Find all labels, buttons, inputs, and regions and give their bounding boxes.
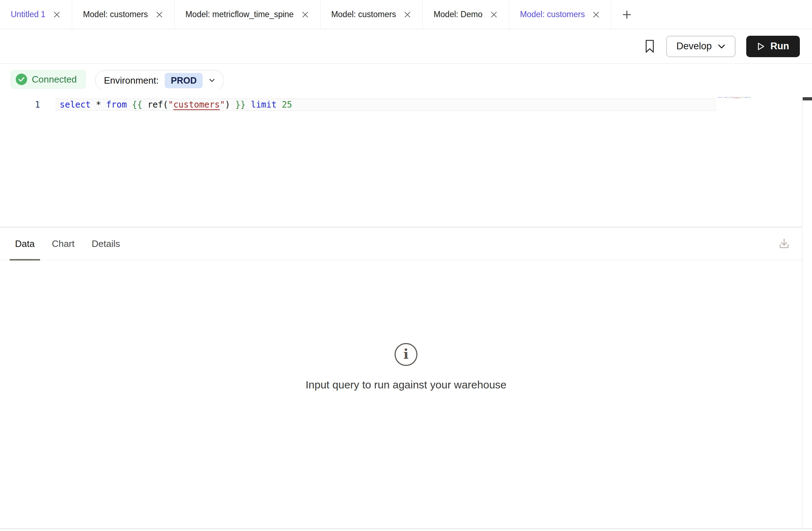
info-icon-glyph: i [403,347,409,361]
download-results-button[interactable] [777,237,791,251]
app-window: Untitled 1Model: customersModel: metricf… [0,0,812,531]
code-token: * [96,100,101,110]
tab-details-label: Details [92,238,120,249]
code-token: ) [225,100,235,110]
environment-value-badge: PROD [165,73,203,88]
empty-state-message: Input query to run against your warehous… [306,379,506,391]
close-icon[interactable] [592,10,600,19]
close-icon[interactable] [53,10,61,19]
code-token: ref( [142,100,168,110]
tab-chart[interactable]: Chart [52,228,75,260]
close-icon[interactable] [490,10,498,19]
tab-label: Model: metricflow_time_spine [185,10,294,19]
tab-label: Model: customers [520,10,585,19]
bookmark-icon [644,39,655,54]
code-token [277,100,282,110]
vertical-scrollbar[interactable] [802,97,812,528]
line-number: 1 [0,99,40,111]
tab-label: Model: customers [331,10,396,19]
develop-button-label: Develop [676,41,712,52]
toolbar: Develop Run [0,29,812,64]
status-row: Connected Environment: PROD [0,64,812,89]
tab-label: Model: customers [83,10,148,19]
tab-label: Model: Demo [434,10,482,19]
tab-label: Untitled 1 [11,10,45,19]
connected-dot [16,74,27,85]
tab-0-untitled-1[interactable]: Untitled 1 [0,0,72,29]
code-token: limit [744,96,748,98]
bookmark-button[interactable] [644,39,655,54]
tab-2-model-metricflow-time-spine[interactable]: Model: metricflow_time_spine [175,0,321,29]
run-button[interactable]: Run [746,36,800,57]
environment-label: Environment: [104,75,159,86]
code-token: customers [173,100,220,110]
tab-5-model-customers[interactable]: Model: customers [509,0,612,29]
check-icon [18,77,25,82]
code-token: 25 [749,96,750,98]
play-icon [757,42,765,51]
code-token [246,100,251,110]
tab-1-model-customers[interactable]: Model: customers [72,0,175,29]
environment-selector[interactable]: Environment: PROD [95,70,224,91]
results-empty-state: i Input query to run against your wareho… [0,260,812,528]
close-icon[interactable] [403,10,412,19]
bottom-statusbar [0,528,812,531]
chevron-down-icon [718,44,726,49]
tab-details[interactable]: Details [92,228,120,260]
code-token: ref( [729,96,733,98]
code-token: " [168,100,173,110]
code-token: customers [734,96,740,98]
results-tabbar: Data Chart Details [0,228,812,260]
develop-button[interactable]: Develop [666,36,735,57]
code-token: select [60,100,91,110]
tab-data[interactable]: Data [15,228,35,260]
tab-chart-label: Chart [52,238,75,249]
code-token: from [724,96,727,98]
code-token: select [718,96,722,98]
scrollbar-thumb[interactable] [803,97,812,100]
sql-editor[interactable]: 1 select * from {{ ref("customers") }} l… [0,89,812,227]
chevron-down-icon [209,78,215,83]
code-token: {{ [132,100,142,110]
tab-3-model-customers[interactable]: Model: customers [321,0,423,29]
info-icon: i [395,343,417,366]
code-token: 25 [282,100,292,110]
code-token: }} [235,100,246,110]
code-token: limit [251,100,277,110]
editor-minimap[interactable]: select * from {{ ref("customers") }} lim… [718,96,750,98]
code-line[interactable]: select * from {{ ref("customers") }} lim… [60,99,292,111]
code-token [127,100,132,110]
new-tab-icon [621,9,633,20]
code-token: " [220,100,225,110]
download-icon [777,237,791,251]
new-tab-button[interactable] [612,0,642,29]
code-token [91,100,96,110]
code-token: from [106,100,127,110]
tab-data-label: Data [15,238,35,249]
connected-badge: Connected [11,70,86,89]
run-button-label: Run [771,41,789,52]
code-token [101,100,106,110]
close-icon[interactable] [155,10,164,19]
close-icon[interactable] [301,10,310,19]
editor-tabbar: Untitled 1Model: customersModel: metricf… [0,0,812,29]
tab-4-model-demo[interactable]: Model: Demo [423,0,509,29]
tabs-container: Untitled 1Model: customersModel: metricf… [0,0,612,29]
connected-label: Connected [32,74,77,85]
